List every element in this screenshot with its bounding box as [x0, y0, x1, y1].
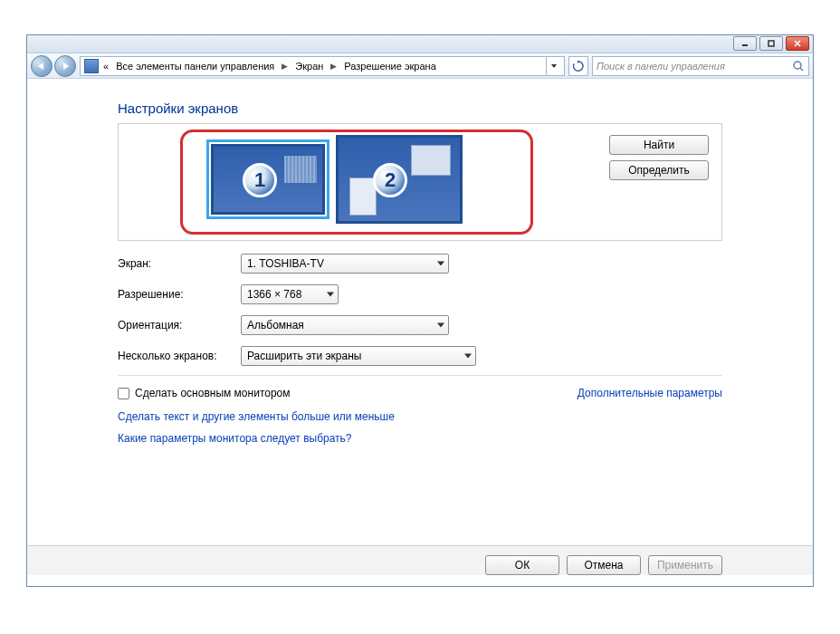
settings-form: Экран: 1. TOSHIBA-TV Разрешение: 1366 × … [118, 254, 722, 366]
forward-button[interactable] [54, 55, 76, 77]
monitor-2[interactable]: 2 [336, 135, 463, 224]
orientation-select[interactable]: Альбомная [241, 315, 449, 335]
screen-select[interactable]: 1. TOSHIBA-TV [241, 254, 449, 274]
monitor-panel: 1 2 Найти Определить [118, 123, 722, 241]
monitors-preview: 1 2 [131, 135, 463, 224]
chevron-icon: ▶ [279, 62, 291, 71]
breadcrumb[interactable]: « Все элементы панели управления ▶ Экран… [80, 56, 565, 76]
primary-monitor-row: Сделать основным монитором Дополнительны… [118, 387, 722, 399]
svg-rect-1 [768, 41, 774, 46]
close-button[interactable] [786, 36, 809, 51]
minimize-button[interactable] [733, 36, 757, 51]
primary-monitor-checkbox[interactable] [118, 388, 129, 399]
divider [118, 375, 722, 376]
multi-screen-select[interactable]: Расширить эти экраны [241, 346, 476, 366]
breadcrumb-item-3[interactable]: Разрешение экрана [341, 61, 438, 72]
monitor-side-buttons: Найти Определить [609, 135, 709, 180]
monitor-1[interactable]: 1 [211, 144, 325, 215]
breadcrumb-item-1[interactable]: Все элементы панели управления [113, 61, 277, 72]
svg-marker-4 [551, 64, 557, 68]
navbar: « Все элементы панели управления ▶ Экран… [27, 53, 813, 79]
chevron-down-icon [437, 262, 444, 266]
text-size-link[interactable]: Сделать текст и другие элементы больше и… [118, 410, 722, 423]
orientation-value: Альбомная [247, 319, 304, 331]
monitor-decoration [284, 156, 317, 183]
screen-value: 1. TOSHIBA-TV [247, 257, 324, 270]
content: Настройки экранов 1 2 Найти Определить [27, 79, 813, 586]
window-controls [733, 36, 809, 51]
identify-button[interactable]: Определить [609, 160, 709, 180]
monitor-decoration [411, 145, 451, 176]
primary-monitor-label: Сделать основным монитором [135, 387, 291, 399]
multi-screen-label: Несколько экранов: [118, 350, 235, 362]
refresh-button[interactable] [568, 56, 588, 76]
chevron-down-icon [437, 323, 444, 328]
page-title: Настройки экранов [118, 101, 722, 116]
apply-button[interactable]: Применить [648, 555, 722, 575]
breadcrumb-chevron-left: « [100, 61, 111, 72]
multi-screen-value: Расширить эти экраны [247, 350, 361, 362]
resolution-select[interactable]: 1366 × 768 [241, 284, 339, 304]
ok-button[interactable]: ОК [485, 555, 559, 575]
breadcrumb-item-2[interactable]: Экран [292, 61, 326, 72]
orientation-label: Ориентация: [118, 319, 235, 331]
advanced-settings-link[interactable]: Дополнительные параметры [578, 387, 722, 399]
search-icon [792, 60, 805, 72]
svg-point-6 [794, 62, 801, 69]
find-button[interactable]: Найти [609, 135, 709, 155]
titlebar [27, 35, 813, 53]
search-input[interactable]: Поиск в панели управления [592, 56, 809, 76]
chevron-icon: ▶ [328, 62, 339, 71]
chevron-down-icon [327, 293, 334, 297]
cancel-button[interactable]: Отмена [567, 555, 641, 575]
svg-line-7 [800, 68, 803, 71]
resolution-value: 1366 × 768 [247, 288, 301, 301]
search-placeholder: Поиск в панели управления [597, 61, 725, 72]
maximize-button[interactable] [759, 36, 783, 51]
dialog-buttons: ОК Отмена Применить [27, 545, 813, 575]
back-button[interactable] [31, 55, 52, 77]
chevron-down-icon [464, 354, 472, 359]
control-panel-icon [84, 59, 99, 73]
screen-label: Экран: [118, 257, 235, 270]
monitor-help-link[interactable]: Какие параметры монитора следует выбрать… [118, 432, 722, 445]
monitor-1-badge: 1 [243, 163, 277, 197]
resolution-label: Разрешение: [118, 288, 235, 301]
monitor-2-badge: 2 [373, 163, 407, 197]
nav-arrows [31, 55, 76, 77]
breadcrumb-dropdown[interactable] [546, 57, 560, 75]
window: « Все элементы панели управления ▶ Экран… [26, 34, 814, 587]
